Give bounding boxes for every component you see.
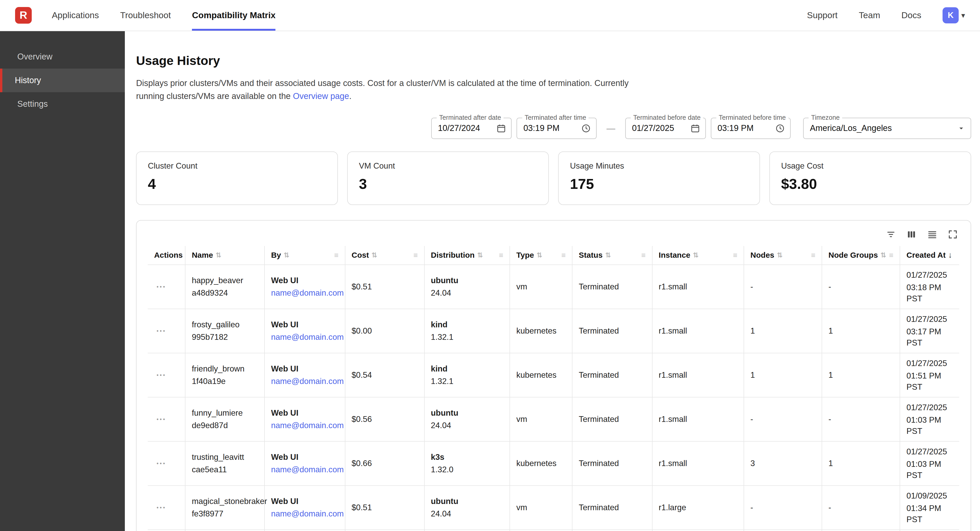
column-menu-icon[interactable]: ≡ <box>811 251 816 260</box>
dropdown-caret-icon[interactable] <box>957 124 966 133</box>
clock-icon[interactable] <box>775 124 785 133</box>
instance-type: r1.small <box>659 371 687 380</box>
column-menu-icon[interactable]: ≡ <box>334 251 339 260</box>
column-label: Name <box>192 251 213 260</box>
column-header-status[interactable]: Status⇅≡ <box>572 246 652 265</box>
row-actions-button[interactable]: ••• <box>154 458 169 469</box>
timezone-select[interactable]: Timezone America/Los_Angeles <box>803 118 971 139</box>
sort-icon[interactable]: ⇅ <box>693 251 698 259</box>
row-actions-button[interactable]: ••• <box>154 281 169 293</box>
email-link[interactable]: name@domain.com <box>271 331 339 342</box>
sort-icon[interactable]: ⇅ <box>371 251 377 259</box>
column-label: Cost <box>352 251 369 260</box>
row-actions-button[interactable]: ••• <box>154 369 169 381</box>
sort-icon[interactable]: ⇅ <box>536 251 542 259</box>
sort-icon[interactable]: ⇅ <box>880 251 886 259</box>
terminated-after-time-field[interactable]: Terminated after time 03:19 PM <box>517 118 597 139</box>
description-text-after: . <box>349 92 352 101</box>
replicated-logo[interactable]: R <box>15 7 32 24</box>
terminated-after-date-field[interactable]: Terminated after date 10/27/2024 <box>431 118 512 139</box>
calendar-icon[interactable] <box>690 124 700 133</box>
email-link[interactable]: name@domain.com <box>271 508 339 519</box>
column-header-name[interactable]: Name⇅ <box>185 246 264 265</box>
column-menu-icon[interactable]: ≡ <box>733 251 738 260</box>
column-header-instance[interactable]: Instance⇅≡ <box>652 246 744 265</box>
row-actions-button[interactable]: ••• <box>154 413 169 425</box>
column-header-type[interactable]: Type⇅≡ <box>510 246 572 265</box>
column-header-cost[interactable]: Cost⇅≡ <box>345 246 425 265</box>
card-value: $3.80 <box>781 176 959 192</box>
sort-icon[interactable]: ⇅ <box>216 251 221 259</box>
sidebar-item-overview[interactable]: Overview <box>0 45 125 68</box>
email-link[interactable]: name@domain.com <box>271 376 339 387</box>
field-label: Terminated before date <box>631 114 703 121</box>
terminated-before-time-field[interactable]: Terminated before time 03:19 PM <box>711 118 791 139</box>
clock-icon[interactable] <box>581 124 591 133</box>
column-menu-icon[interactable]: ≡ <box>414 251 418 260</box>
table-row: ••• trusting_leavittcae5ea11 Web UIname@… <box>148 441 959 485</box>
sidebar-item-settings[interactable]: Settings <box>0 92 125 116</box>
filter-range-separator: — <box>601 124 620 133</box>
row-actions-button[interactable]: ••• <box>154 502 169 514</box>
nav-troubleshoot[interactable]: Troubleshoot <box>120 0 171 31</box>
nodes-count: - <box>750 282 753 291</box>
created-by-source: Web UI <box>271 319 339 330</box>
sidebar-item-history[interactable]: History <box>0 68 125 92</box>
sort-icon[interactable]: ⇅ <box>777 251 783 259</box>
type-value: vm <box>516 503 527 512</box>
account-menu[interactable]: K ▾ <box>943 7 965 24</box>
page-title: Usage History <box>136 54 971 68</box>
column-header-nodes[interactable]: Nodes⇅≡ <box>744 246 822 265</box>
link-docs[interactable]: Docs <box>902 10 921 20</box>
distribution-name: kind <box>431 363 504 374</box>
table-row: ••• magical_stonebrakerfe3f8977 Web UIna… <box>148 485 959 530</box>
created-time: 01:03 PM PST <box>907 414 953 437</box>
filter-icon[interactable] <box>886 229 896 240</box>
column-header-by[interactable]: By⇅≡ <box>264 246 345 265</box>
cluster-name: magical_stonebraker <box>192 496 258 507</box>
instance-type: r1.large <box>659 503 686 512</box>
cluster-name: happy_beaver <box>192 275 258 286</box>
email-link[interactable]: name@domain.com <box>271 287 339 298</box>
avatar[interactable]: K <box>943 7 959 24</box>
calendar-icon[interactable] <box>496 124 506 133</box>
column-header-created-at[interactable]: Created At↓ <box>900 246 959 265</box>
top-nav: Applications Troubleshoot Compatibility … <box>52 0 275 31</box>
link-support[interactable]: Support <box>807 10 838 20</box>
created-date: 01/27/2025 <box>907 314 953 325</box>
status-badge: Terminated <box>579 326 619 335</box>
email-link[interactable]: name@domain.com <box>271 464 339 475</box>
nav-compatibility-matrix[interactable]: Compatibility Matrix <box>192 0 275 31</box>
type-value: kubernetes <box>516 371 556 380</box>
sort-desc-icon[interactable]: ↓ <box>948 250 953 260</box>
row-actions-button[interactable]: ••• <box>154 325 169 337</box>
column-menu-icon[interactable]: ≡ <box>641 251 646 260</box>
column-menu-icon[interactable]: ≡ <box>889 251 894 260</box>
column-header-node-groups[interactable]: Node Groups⇅≡ <box>822 246 900 265</box>
column-menu-icon[interactable]: ≡ <box>499 251 504 260</box>
terminated-before-date-field[interactable]: Terminated before date 01/27/2025 <box>625 118 706 139</box>
table-row: ••• frosty_galileo995b7182 Web UIname@do… <box>148 309 959 353</box>
sort-icon[interactable]: ⇅ <box>605 251 611 259</box>
cluster-name: trusting_leavitt <box>192 452 258 463</box>
columns-icon[interactable] <box>906 229 917 240</box>
sort-icon[interactable]: ⇅ <box>477 251 483 259</box>
link-team[interactable]: Team <box>859 10 880 20</box>
column-header-distribution[interactable]: Distribution⇅≡ <box>425 246 510 265</box>
column-menu-icon[interactable]: ≡ <box>562 251 566 260</box>
usage-minutes-card: Usage Minutes 175 <box>558 151 760 205</box>
distribution-version: 24.04 <box>431 420 504 431</box>
card-value: 4 <box>148 176 326 192</box>
cost-value: $0.00 <box>352 326 372 335</box>
cost-value: $0.51 <box>352 282 372 291</box>
sort-icon[interactable]: ⇅ <box>283 251 289 259</box>
cluster-count-card: Cluster Count 4 <box>136 151 338 205</box>
email-link[interactable]: name@domain.com <box>271 420 339 431</box>
sidebar: Overview History Settings <box>0 31 125 531</box>
status-badge: Terminated <box>579 415 619 424</box>
nav-applications[interactable]: Applications <box>52 0 99 31</box>
density-icon[interactable] <box>927 229 938 240</box>
fullscreen-icon[interactable] <box>948 229 958 240</box>
cluster-name: frosty_galileo <box>192 319 258 330</box>
overview-page-link[interactable]: Overview page <box>293 92 349 101</box>
